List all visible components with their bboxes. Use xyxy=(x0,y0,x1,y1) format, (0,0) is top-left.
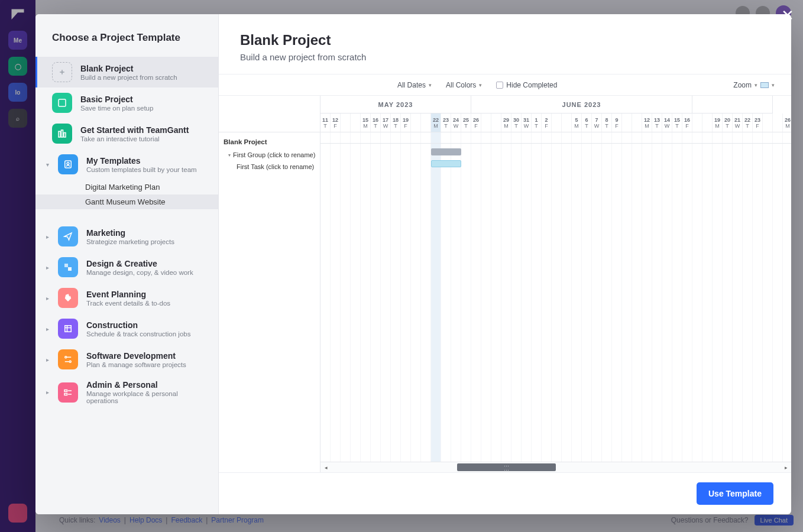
expand-caret-icon: ▸ xyxy=(44,295,51,301)
svg-rect-8 xyxy=(64,264,68,267)
template-name: My Templates xyxy=(86,156,211,166)
svg-point-7 xyxy=(67,163,69,165)
day-header: 20T xyxy=(723,113,733,132)
day-header xyxy=(702,113,713,132)
day-header xyxy=(763,113,773,132)
day-header: 23T xyxy=(441,113,451,132)
chevron-down-icon: ▾ xyxy=(755,82,757,88)
day-header xyxy=(552,113,562,132)
task-row[interactable]: First Task (click to rename) xyxy=(219,161,320,173)
scroll-thumb[interactable] xyxy=(457,463,556,471)
template-desc: Save time on plan setup xyxy=(80,105,211,112)
filter-colors[interactable]: All Colors▾ xyxy=(439,81,489,89)
scroll-left-icon[interactable]: ◂ xyxy=(320,462,331,472)
day-header: 17W xyxy=(381,113,391,132)
day-header: 14W xyxy=(662,113,672,132)
day-header: 26F xyxy=(471,113,481,132)
template-list: Blank ProjectBuild a new project from sc… xyxy=(35,57,218,514)
template-desc: Strategize marketing projects xyxy=(86,238,211,245)
my-template-child[interactable]: Digital Marketing Plan xyxy=(35,180,218,194)
svg-rect-10 xyxy=(65,326,72,332)
day-header xyxy=(351,113,361,132)
template-name: Event Planning xyxy=(86,290,211,299)
gantt-toolbar: All Dates▾ All Colors▾ Hide Completed Zo… xyxy=(219,74,791,96)
svg-rect-5 xyxy=(64,133,66,138)
task-bar[interactable] xyxy=(431,160,461,167)
template-item-construction[interactable]: ▸ConstructionSchedule & track constructi… xyxy=(35,313,218,344)
horizontal-scrollbar[interactable]: ◂ ▸ xyxy=(320,462,791,472)
template-item-admin[interactable]: ▸Admin & PersonalManage workplace & pers… xyxy=(35,375,218,410)
close-button[interactable]: ✕ xyxy=(778,6,797,25)
design-icon xyxy=(58,257,78,277)
template-name: Admin & Personal xyxy=(86,380,211,390)
template-desc: Plan & manage software projects xyxy=(86,361,211,368)
template-item-marketing[interactable]: ▸MarketingStrategize marketing projects xyxy=(35,221,218,252)
collapse-icon: ▾ xyxy=(228,153,231,158)
day-header: 12F xyxy=(331,113,341,132)
chevron-down-icon: ▾ xyxy=(429,82,432,88)
admin-icon xyxy=(58,382,78,403)
chevron-down-icon: ▾ xyxy=(479,82,482,88)
day-header: 18T xyxy=(391,113,401,132)
day-header xyxy=(481,113,491,132)
template-name: Blank Project xyxy=(80,64,211,73)
day-header: 16F xyxy=(682,113,692,132)
chart-area[interactable] xyxy=(320,132,791,462)
hide-completed-toggle[interactable]: Hide Completed xyxy=(489,81,564,89)
marketing-icon xyxy=(58,226,78,246)
zoom-control[interactable]: Zoom▾▾ xyxy=(726,81,782,89)
day-header: 2F xyxy=(542,113,552,132)
day-header: 23F xyxy=(753,113,763,132)
gantt-main: Blank Project ▾First Group (click to ren… xyxy=(219,96,791,472)
expand-caret-icon: ▸ xyxy=(44,264,51,271)
expand-caret-icon: ▸ xyxy=(44,356,51,363)
svg-rect-16 xyxy=(64,393,67,395)
zoom-legend-icon xyxy=(760,82,769,88)
template-item-basic[interactable]: Basic ProjectSave time on plan setup xyxy=(35,87,218,118)
use-template-button[interactable]: Use Template xyxy=(697,482,773,505)
day-header: 30T xyxy=(511,113,522,132)
basic-icon xyxy=(52,93,72,113)
template-modal: Choose a Project Template Blank ProjectB… xyxy=(35,14,791,514)
mytpl-icon xyxy=(58,154,78,174)
project-name-row: Blank Project xyxy=(219,132,320,149)
my-template-child[interactable]: Gantt Museum Website xyxy=(35,194,218,209)
template-left-panel: Choose a Project Template Blank ProjectB… xyxy=(35,14,219,514)
day-header: 12M xyxy=(642,113,652,132)
template-item-design[interactable]: ▸Design & CreativeManage design, copy, &… xyxy=(35,252,218,283)
template-preview-panel: Blank Project Build a new project from s… xyxy=(219,14,791,514)
group-row[interactable]: ▾First Group (click to rename) xyxy=(219,149,320,161)
day-header: 1T xyxy=(532,113,542,132)
template-desc: Build a new project from scratch xyxy=(80,74,211,81)
template-name: Software Development xyxy=(86,351,211,361)
group-bar[interactable] xyxy=(431,148,461,155)
scroll-right-icon[interactable]: ▸ xyxy=(781,462,791,472)
svg-rect-9 xyxy=(68,267,72,271)
day-header: 6T xyxy=(582,113,592,132)
modal-title: Choose a Project Template xyxy=(35,14,218,57)
blank-icon xyxy=(52,62,72,82)
template-name: Basic Project xyxy=(80,95,211,104)
day-header: 8T xyxy=(602,113,612,132)
template-item-event[interactable]: ▸Event PlanningTrack event details & to-… xyxy=(35,283,218,313)
day-header: 24W xyxy=(451,113,461,132)
template-item-blank[interactable]: Blank ProjectBuild a new project from sc… xyxy=(35,57,218,87)
day-header xyxy=(632,113,642,132)
template-item-software[interactable]: ▸Software DevelopmentPlan & manage softw… xyxy=(35,344,218,375)
expand-caret-icon: ▾ xyxy=(44,161,51,168)
construction-icon xyxy=(58,319,78,339)
svg-rect-2 xyxy=(59,99,66,106)
expand-caret-icon: ▸ xyxy=(44,326,51,332)
filter-dates[interactable]: All Dates▾ xyxy=(390,81,439,89)
template-item-mytpl[interactable]: ▾My TemplatesCustom templates built by y… xyxy=(35,149,218,180)
day-header: 5M xyxy=(572,113,582,132)
day-header: 13T xyxy=(652,113,662,132)
day-header: 19F xyxy=(401,113,411,132)
software-icon xyxy=(58,349,78,369)
template-item-getstarted[interactable]: Get Started with TeamGanttTake an intera… xyxy=(35,118,218,149)
day-header xyxy=(491,113,501,132)
day-header xyxy=(562,113,572,132)
checkbox-icon xyxy=(496,82,503,89)
day-header: 26M xyxy=(783,113,791,132)
month-header xyxy=(692,96,773,113)
